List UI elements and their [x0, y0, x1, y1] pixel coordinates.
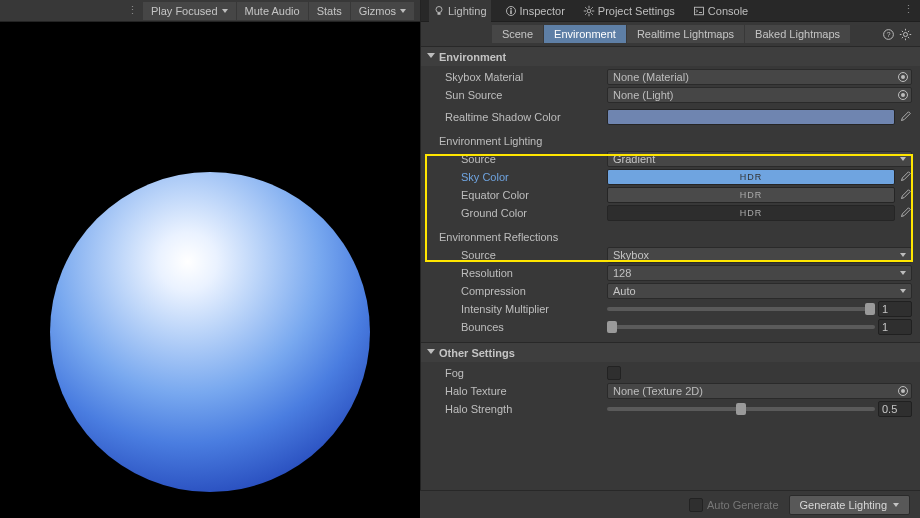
auto-generate-label: Auto Generate — [707, 499, 779, 511]
intensity-multiplier-label: Intensity Multiplier — [427, 303, 607, 315]
gear-icon — [583, 5, 595, 17]
fog-label: Fog — [427, 367, 607, 379]
svg-rect-3 — [510, 10, 512, 14]
lighting-panel: Lighting Inspector Project Settings Cons… — [420, 0, 920, 518]
hdr-badge: HDR — [740, 190, 763, 200]
environment-reflections-group: Environment Reflections — [421, 228, 920, 246]
generate-lighting-button[interactable]: Generate Lighting — [789, 495, 910, 515]
halo-texture-value: None (Texture 2D) — [613, 385, 703, 397]
refl-source-label: Source — [427, 249, 607, 261]
panel-tabs: Lighting Inspector Project Settings Cons… — [421, 0, 920, 22]
environment-lighting-group: Environment Lighting — [421, 132, 920, 150]
skybox-material-field[interactable]: None (Material) — [607, 69, 912, 85]
sun-source-field[interactable]: None (Light) — [607, 87, 912, 103]
refl-resolution-dropdown[interactable]: 128 — [607, 265, 912, 281]
console-icon — [693, 5, 705, 17]
sub-tab-baked-lightmaps[interactable]: Baked Lightmaps — [745, 25, 850, 43]
sky-color-label: Sky Color — [427, 171, 607, 183]
settings-gear-icon[interactable] — [899, 28, 912, 41]
tab-lighting[interactable]: Lighting — [429, 0, 491, 22]
stats-button[interactable]: Stats — [309, 2, 350, 20]
sun-source-label: Sun Source — [427, 89, 607, 101]
gizmos-dropdown[interactable]: Gizmos — [351, 2, 414, 20]
hdr-badge: HDR — [740, 208, 763, 218]
equator-color-label: Equator Color — [427, 189, 607, 201]
tab-project-settings[interactable]: Project Settings — [579, 0, 679, 22]
halo-strength-label: Halo Strength — [427, 403, 607, 415]
hdr-badge: HDR — [740, 172, 763, 182]
refl-compression-dropdown[interactable]: Auto — [607, 283, 912, 299]
section-other-settings[interactable]: Other Settings — [421, 342, 920, 362]
svg-point-5 — [587, 9, 591, 13]
bounces-label: Bounces — [427, 321, 607, 333]
refl-compression-label: Compression — [427, 285, 607, 297]
fog-checkbox[interactable] — [607, 366, 621, 380]
svg-rect-6 — [694, 7, 703, 15]
lighting-footer: Auto Generate Generate Lighting — [420, 490, 920, 518]
svg-rect-1 — [438, 13, 441, 15]
sub-tab-environment[interactable]: Environment — [544, 25, 626, 43]
svg-point-0 — [436, 7, 442, 13]
tab-project-settings-label: Project Settings — [598, 5, 675, 17]
realtime-shadow-color-label: Realtime Shadow Color — [427, 111, 607, 123]
sphere-preview — [50, 172, 370, 492]
tab-inspector[interactable]: Inspector — [501, 0, 569, 22]
ground-color-label: Ground Color — [427, 207, 607, 219]
env-lighting-source-label: Source — [427, 153, 607, 165]
panel-menu-icon[interactable]: ⋮ — [903, 3, 914, 16]
tab-console-label: Console — [708, 5, 748, 17]
game-view[interactable] — [0, 22, 420, 518]
game-view-panel: ⋮ Play Focused Mute Audio Stats Gizmos — [0, 0, 420, 518]
lighting-sub-tabs: Scene Environment Realtime Lightmaps Bak… — [421, 22, 920, 46]
eyedropper-icon[interactable] — [898, 170, 912, 184]
skybox-material-value: None (Material) — [613, 71, 689, 83]
sun-source-value: None (Light) — [613, 89, 674, 101]
bounces-slider[interactable] — [607, 325, 875, 329]
lightbulb-icon — [433, 5, 445, 17]
eyedropper-icon[interactable] — [898, 110, 912, 124]
skybox-material-label: Skybox Material — [427, 71, 607, 83]
tab-lighting-label: Lighting — [448, 5, 487, 17]
toolbar-menu-icon[interactable]: ⋮ — [123, 4, 142, 17]
svg-text:?: ? — [886, 29, 890, 38]
tab-console[interactable]: Console — [689, 0, 752, 22]
help-icon[interactable]: ? — [882, 28, 895, 41]
halo-texture-label: Halo Texture — [427, 385, 607, 397]
object-picker-icon[interactable] — [897, 89, 909, 101]
refl-resolution-label: Resolution — [427, 267, 607, 279]
section-environment[interactable]: Environment — [421, 46, 920, 66]
object-picker-icon[interactable] — [897, 385, 909, 397]
bounces-value[interactable] — [878, 319, 912, 335]
mute-audio-button[interactable]: Mute Audio — [237, 2, 308, 20]
sub-tab-realtime-lightmaps[interactable]: Realtime Lightmaps — [627, 25, 744, 43]
intensity-multiplier-slider[interactable] — [607, 307, 875, 311]
eyedropper-icon[interactable] — [898, 188, 912, 202]
eyedropper-icon[interactable] — [898, 206, 912, 220]
halo-texture-field[interactable]: None (Texture 2D) — [607, 383, 912, 399]
realtime-shadow-color-swatch[interactable] — [607, 109, 895, 125]
svg-rect-4 — [510, 8, 512, 10]
halo-strength-value[interactable] — [878, 401, 912, 417]
object-picker-icon[interactable] — [897, 71, 909, 83]
lighting-inspector: Environment Skybox Material None (Materi… — [421, 46, 920, 518]
refl-source-dropdown[interactable]: Skybox — [607, 247, 912, 263]
sub-tab-scene[interactable]: Scene — [492, 25, 543, 43]
viewport-toolbar: ⋮ Play Focused Mute Audio Stats Gizmos — [0, 0, 420, 22]
auto-generate-checkbox[interactable] — [689, 498, 703, 512]
ground-color-swatch[interactable]: HDR — [607, 205, 895, 221]
sky-color-swatch[interactable]: HDR — [607, 169, 895, 185]
intensity-multiplier-value[interactable] — [878, 301, 912, 317]
info-icon — [505, 5, 517, 17]
equator-color-swatch[interactable]: HDR — [607, 187, 895, 203]
svg-point-9 — [903, 32, 907, 36]
tab-inspector-label: Inspector — [520, 5, 565, 17]
halo-strength-slider[interactable] — [607, 407, 875, 411]
env-lighting-source-dropdown[interactable]: Gradient — [607, 151, 912, 167]
play-focused-dropdown[interactable]: Play Focused — [143, 2, 236, 20]
